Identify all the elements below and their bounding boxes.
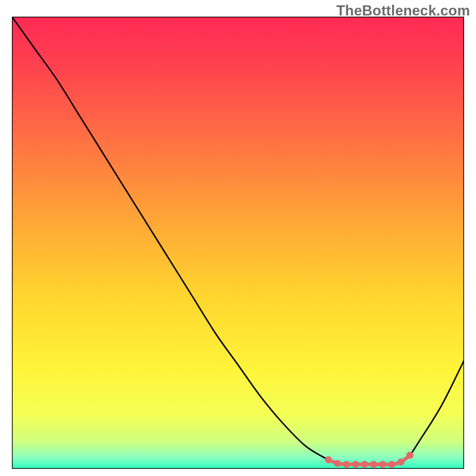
bottleneck-chart bbox=[12, 17, 464, 469]
marker-dot bbox=[370, 461, 377, 468]
marker-dot bbox=[397, 459, 405, 466]
marker-dot bbox=[361, 461, 368, 468]
marker-dot bbox=[406, 452, 414, 459]
chart-stage: TheBottleneck.com bbox=[0, 0, 476, 476]
marker-dot bbox=[325, 456, 332, 464]
marker-dot bbox=[379, 461, 386, 468]
marker-dot bbox=[352, 461, 359, 468]
watermark-text: TheBottleneck.com bbox=[336, 2, 470, 19]
marker-dot bbox=[343, 461, 350, 468]
marker-dot bbox=[334, 460, 341, 467]
marker-dot bbox=[388, 461, 395, 468]
plot-background bbox=[12, 17, 464, 469]
